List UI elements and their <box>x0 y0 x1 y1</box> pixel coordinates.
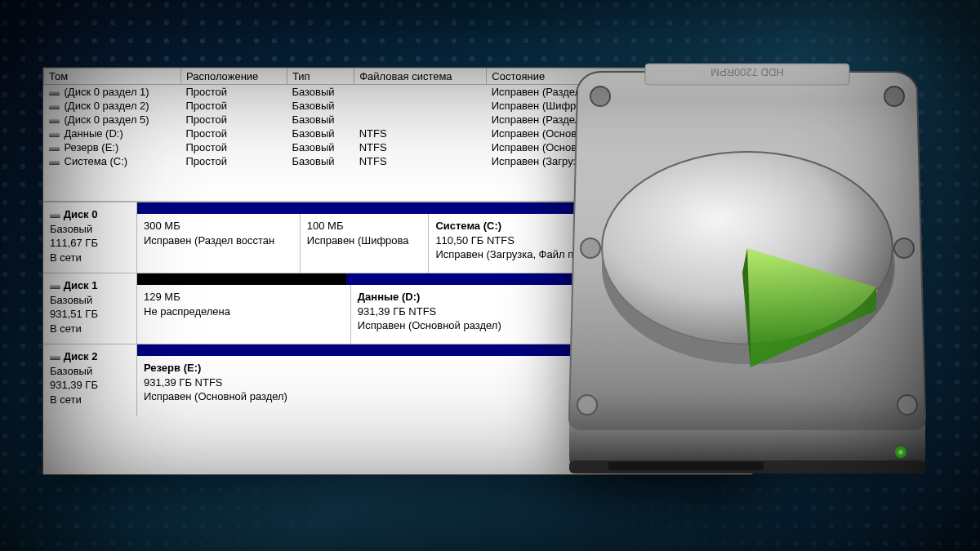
volume-icon <box>49 105 60 109</box>
volume-icon <box>49 119 60 122</box>
cell-fs <box>354 113 487 127</box>
partition[interactable]: 129 МБНе распределена <box>137 285 351 344</box>
cell-status: Исправен (Раздел восстановления) <box>487 113 752 127</box>
disk-row[interactable]: Диск 1Базовый931,51 ГБВ сети129 МБНе рас… <box>43 273 752 344</box>
cell-type: Базовый <box>287 154 354 168</box>
cell-layout: Простой <box>180 140 287 154</box>
disk-icon <box>50 356 60 359</box>
cell-type: Базовый <box>287 85 354 100</box>
disk-icon <box>50 285 60 288</box>
partition[interactable]: Данные (D:)931,39 ГБ NTFSИсправен (Основ… <box>351 285 752 344</box>
cell-layout: Простой <box>180 99 287 113</box>
cell-layout: Простой <box>180 154 287 168</box>
cell-layout: Простой <box>180 127 287 140</box>
disk-usage-bar <box>137 344 752 356</box>
disk-usage-bar <box>137 273 752 285</box>
cell-fs <box>354 99 487 113</box>
volumes-table[interactable]: Том Расположение Тип Файловая система Со… <box>43 68 752 168</box>
cell-volume: (Диск 0 раздел 2) <box>60 99 181 113</box>
cell-fs: NTFS <box>354 154 487 168</box>
disk-label: Диск 0Базовый111,67 ГБВ сети <box>43 202 137 273</box>
cell-status: Исправен (Раздел восстановления) <box>487 85 752 100</box>
disks-pane: Диск 0Базовый111,67 ГБВ сети300 МБИсправ… <box>43 201 752 415</box>
partition[interactable]: 300 МБИсправен (Раздел восстан <box>137 214 301 273</box>
partition[interactable]: Резерв (E:)931,39 ГБ NTFSИсправен (Основ… <box>137 356 752 415</box>
cell-status: Исправен (Шифрованный (EFI) системн <box>487 99 752 113</box>
col-status[interactable]: Состояние <box>487 69 752 85</box>
cell-fs: NTFS <box>354 127 487 140</box>
disk-row[interactable]: Диск 0Базовый111,67 ГБВ сети300 МБИсправ… <box>43 202 752 273</box>
disk-label: Диск 2Базовый931,39 ГБВ сети <box>43 344 137 415</box>
disk-icon <box>50 214 60 217</box>
cell-volume: (Диск 0 раздел 5) <box>60 113 181 127</box>
cell-status: Исправен (Загрузка, Файл подкачки, А <box>487 154 752 168</box>
table-row[interactable]: (Диск 0 раздел 1)ПростойБазовыйИсправен … <box>44 85 752 100</box>
disk-row[interactable]: Диск 2Базовый931,39 ГБВ сетиРезерв (E:)9… <box>43 344 752 415</box>
col-layout[interactable]: Расположение <box>180 69 287 85</box>
volume-icon <box>49 133 60 136</box>
col-filesystem[interactable]: Файловая система <box>354 69 487 85</box>
partition[interactable]: Система (C:)110,50 ГБ NTFSИсправен (Загр… <box>429 214 752 273</box>
table-row[interactable]: (Диск 0 раздел 2)ПростойБазовыйИсправен … <box>44 99 752 113</box>
cell-type: Базовый <box>287 113 354 127</box>
cell-type: Базовый <box>287 99 354 113</box>
cell-status: Исправен (Основной раздел) <box>487 140 752 154</box>
cell-status: Исправен (Основной раздел) <box>487 127 752 140</box>
volume-icon <box>49 91 60 95</box>
table-header-row: Том Расположение Тип Файловая система Со… <box>44 69 752 85</box>
cell-volume: Система (C:) <box>60 154 181 168</box>
table-row[interactable]: Резерв (E:)ПростойБазовыйNTFSИсправен (О… <box>44 140 752 154</box>
partition[interactable]: 100 МБИсправен (Шифрова <box>301 214 430 273</box>
cell-fs: NTFS <box>354 140 487 154</box>
disk-label: Диск 1Базовый931,51 ГБВ сети <box>43 273 137 344</box>
cell-layout: Простой <box>180 85 287 100</box>
volume-icon <box>49 161 60 164</box>
col-type[interactable]: Тип <box>287 69 354 85</box>
cell-layout: Простой <box>180 113 287 127</box>
table-row[interactable]: Данные (D:)ПростойБазовыйNTFSИсправен (О… <box>44 127 752 140</box>
table-row[interactable]: Система (C:)ПростойБазовыйNTFSИсправен (… <box>44 154 752 168</box>
cell-type: Базовый <box>287 140 354 154</box>
disk-usage-bar <box>137 202 752 214</box>
col-volume[interactable]: Том <box>44 69 181 85</box>
cell-volume: Данные (D:) <box>60 127 181 140</box>
disk-management-window: Том Расположение Тип Файловая система Со… <box>42 67 753 475</box>
cell-volume: Резерв (E:) <box>60 140 181 154</box>
cell-type: Базовый <box>287 127 354 140</box>
cell-volume: (Диск 0 раздел 1) <box>60 85 181 100</box>
table-row[interactable]: (Диск 0 раздел 5)ПростойБазовыйИсправен … <box>44 113 752 127</box>
volume-icon <box>49 147 60 150</box>
cell-fs <box>354 85 487 100</box>
